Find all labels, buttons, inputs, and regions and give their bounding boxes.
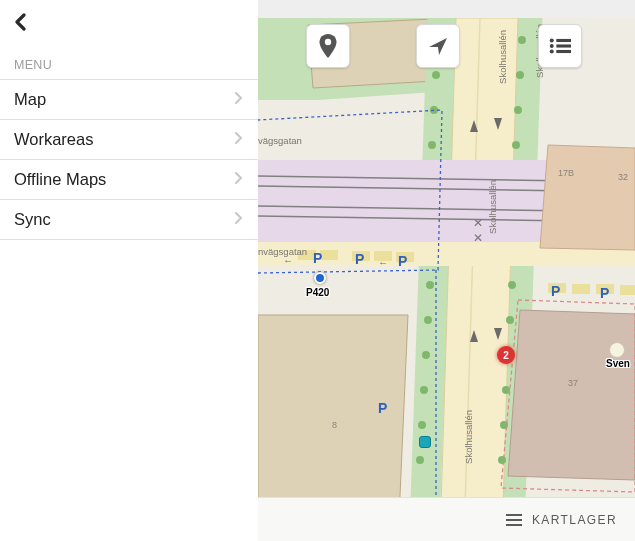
menu-item-offline-maps[interactable]: Offline Maps xyxy=(0,159,258,200)
parking-icon: P xyxy=(378,400,387,416)
svg-rect-53 xyxy=(556,44,571,47)
locate-me-button[interactable] xyxy=(416,24,460,68)
svg-point-17 xyxy=(518,36,526,44)
menu-item-map[interactable]: Map xyxy=(0,79,258,120)
layers-list-button[interactable] xyxy=(538,24,582,68)
map-header-strip xyxy=(258,0,635,18)
street-label-fragment: vägsgatan xyxy=(258,135,302,146)
chevron-right-icon xyxy=(234,130,244,149)
svg-rect-41 xyxy=(620,285,635,295)
parking-icon: P xyxy=(600,285,609,301)
arrow-left-icon: ← xyxy=(283,255,293,266)
rail-switch-icon: ✕ xyxy=(473,231,483,245)
menu-label: Workareas xyxy=(14,130,93,149)
svg-rect-55 xyxy=(556,50,571,53)
street-label-skolhusallen: Skolhusallén xyxy=(497,30,508,84)
svg-marker-44 xyxy=(508,310,635,480)
svg-rect-39 xyxy=(572,284,590,294)
svg-rect-57 xyxy=(506,519,522,521)
svg-point-19 xyxy=(514,106,522,114)
menu-label: Offline Maps xyxy=(14,170,106,189)
svg-point-26 xyxy=(498,456,506,464)
svg-point-12 xyxy=(424,316,432,324)
map-area[interactable]: Skolhusallén Skolhusallén Skolhusallén S… xyxy=(258,0,635,541)
marker-circle[interactable] xyxy=(609,342,625,358)
house-number: 32 xyxy=(618,172,628,182)
menu-label: Map xyxy=(14,90,46,109)
svg-point-10 xyxy=(428,141,436,149)
marker-label-p420: P420 xyxy=(306,287,329,298)
chevron-right-icon xyxy=(234,170,244,189)
street-label-skolhusallen: Skolhusallén xyxy=(487,180,498,234)
parking-icon: P xyxy=(551,283,560,299)
svg-point-16 xyxy=(416,456,424,464)
menu-item-workareas[interactable]: Workareas xyxy=(0,119,258,160)
chevron-left-icon xyxy=(14,13,28,31)
marker-cluster-count: 2 xyxy=(503,350,509,361)
svg-rect-56 xyxy=(506,514,522,516)
svg-marker-43 xyxy=(540,145,635,250)
svg-point-49 xyxy=(325,39,331,45)
sidebar-panel: MENU Map Workareas Offline Maps Sync xyxy=(0,0,258,541)
bottom-bar-kartlager[interactable]: KARTLAGER xyxy=(258,497,635,541)
navigation-arrow-icon xyxy=(427,35,449,57)
arrow-left-icon: ← xyxy=(378,257,388,268)
sidebar-top xyxy=(0,0,258,48)
street-label-skolhusallen: Skolhusallén xyxy=(463,410,474,464)
svg-point-8 xyxy=(432,71,440,79)
location-pin-icon xyxy=(318,34,338,58)
svg-point-24 xyxy=(502,386,510,394)
svg-point-50 xyxy=(550,38,554,42)
marker-dot[interactable] xyxy=(314,272,326,284)
menu-header: MENU xyxy=(0,48,258,80)
svg-point-20 xyxy=(512,141,520,149)
house-number: 17B xyxy=(558,168,574,178)
svg-point-18 xyxy=(516,71,524,79)
svg-point-13 xyxy=(422,351,430,359)
map-canvas xyxy=(258,0,635,541)
svg-point-54 xyxy=(550,49,554,53)
bus-stop-icon xyxy=(419,436,431,448)
marker-cluster-red[interactable]: 2 xyxy=(497,346,515,364)
svg-point-15 xyxy=(418,421,426,429)
marker-label-sven: Sven xyxy=(606,358,630,369)
svg-point-11 xyxy=(426,281,434,289)
svg-rect-51 xyxy=(556,39,571,42)
chevron-right-icon xyxy=(234,90,244,109)
svg-point-14 xyxy=(420,386,428,394)
list-lines-icon xyxy=(549,37,571,55)
parking-icon: P xyxy=(398,253,407,269)
menu-item-sync[interactable]: Sync xyxy=(0,199,258,240)
bottom-bar-label: KARTLAGER xyxy=(532,513,617,527)
svg-rect-58 xyxy=(506,524,522,526)
parking-icon: P xyxy=(355,251,364,267)
hamburger-icon xyxy=(506,514,522,526)
house-number: 8 xyxy=(332,420,337,430)
marker-pin-button[interactable] xyxy=(306,24,350,68)
rail-switch-icon: ✕ xyxy=(473,216,483,230)
house-number: 37 xyxy=(568,378,578,388)
svg-point-21 xyxy=(508,281,516,289)
back-button[interactable] xyxy=(14,13,28,35)
parking-icon: P xyxy=(313,250,322,266)
svg-point-52 xyxy=(550,44,554,48)
chevron-right-icon xyxy=(234,210,244,229)
svg-point-22 xyxy=(506,316,514,324)
menu-label: Sync xyxy=(14,210,51,229)
svg-rect-34 xyxy=(320,250,338,260)
